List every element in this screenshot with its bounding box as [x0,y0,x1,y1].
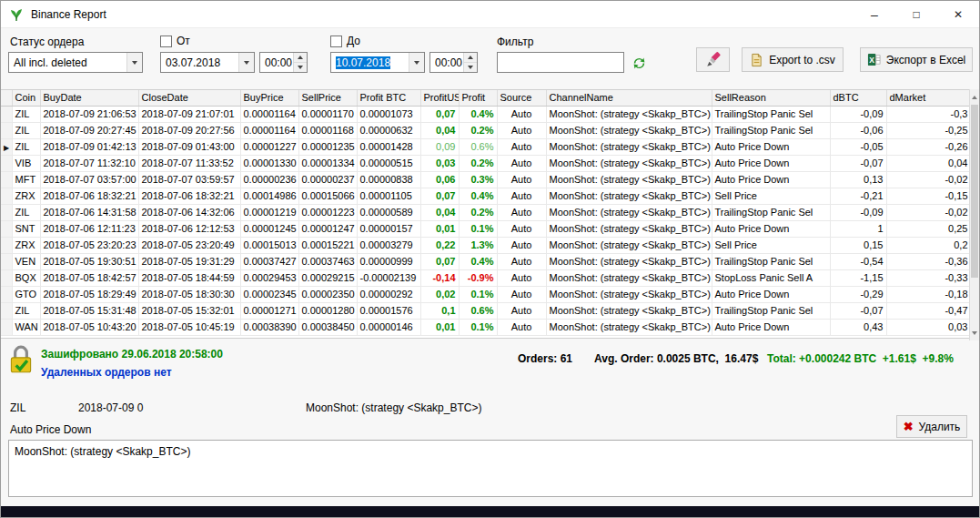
grid-cell-close-date[interactable]: 2018-07-07 11:33:52 [138,155,240,171]
grid-cell-coin[interactable]: ZIL [12,138,40,155]
grid-cell-profit-pct[interactable]: 0.2% [459,204,497,220]
grid-cell-close-date[interactable]: 2018-07-05 10:45:19 [138,319,240,335]
table-row[interactable]: VEN2018-07-05 19:30:512018-07-05 19:31:2… [1,253,971,269]
grid-cell-sell-price[interactable]: 0.00015221 [298,237,357,253]
grid-cell-buy-price[interactable]: 0.00001164 [240,122,298,138]
grid-cell-buy-date[interactable]: 2018-07-05 15:31:48 [40,302,138,319]
grid-cell-coin[interactable]: WAN [12,319,40,335]
grid-cell-close-date[interactable]: 2018-07-05 19:31:29 [138,253,240,269]
grid-cell-profit-btc[interactable]: -0.00002139 [357,269,420,286]
grid-cell-buy-date[interactable]: 2018-07-09 20:27:45 [40,122,138,138]
grid-cell-close-date[interactable]: 2018-07-06 18:32:21 [138,188,240,204]
grid-cell-source[interactable]: Auto [497,319,546,335]
grid-cell-channel[interactable]: MoonShot: (strategy <Skakp_BTC>) [546,319,712,335]
grid-cell-profit-btc[interactable]: 0.00001073 [357,106,420,122]
grid-cell-d-market[interactable]: -0,02 [886,204,971,220]
grid-cell-profit-btc[interactable]: 0.00001576 [357,302,420,319]
table-row[interactable]: ▶ZIL2018-07-09 01:42:132018-07-09 01:43:… [1,138,971,155]
grid-cell-profit-pct[interactable]: 0.2% [459,122,497,138]
grid-cell-sell-reason[interactable]: Sell Price [712,188,830,204]
grid-cell-buy-date[interactable]: 2018-07-09 01:42:13 [40,138,138,155]
grid-cell-channel[interactable]: MoonShot: (strategy <Skakp_BTC>) [546,220,712,237]
grid-cell-profit-usd[interactable]: 0,07 [420,106,459,122]
grid-cell-profit-usd[interactable]: 0,01 [420,220,459,237]
grid-cell-profit-usd[interactable]: 0,07 [420,253,459,269]
table-row[interactable]: ZIL2018-07-06 14:31:582018-07-06 14:32:0… [1,204,971,220]
column-header-sellreason[interactable]: SellReason [712,90,830,106]
grid-cell-coin[interactable]: ZIL [12,122,40,138]
export-excel-button[interactable]: X Экспорт в Excel [860,47,973,72]
apply-filter-button[interactable] [629,53,649,73]
grid-cell-profit-btc[interactable]: 0.00000632 [357,122,420,138]
grid-cell-channel[interactable]: MoonShot: (strategy <Skakp_BTC>) [546,106,712,122]
grid-cell-profit-pct[interactable]: -0.9% [459,269,497,286]
grid-cell-sell-reason[interactable]: Auto Price Down [712,319,830,335]
grid-cell-profit-usd[interactable]: 0,04 [420,204,459,220]
grid-cell-d-btc[interactable]: -0,54 [830,253,886,269]
grid-cell-close-date[interactable]: 2018-07-05 18:30:30 [138,286,240,302]
grid-cell-profit-btc[interactable]: 0.00000515 [357,155,420,171]
grid-cell-buy-price[interactable]: 0.00001227 [240,138,298,155]
spin-down-icon[interactable] [294,63,307,72]
grid-cell-coin[interactable]: GTO [12,286,40,302]
grid-cell-profit-btc[interactable]: 0.00000157 [357,220,420,237]
grid-cell-coin[interactable]: ZRX [12,237,40,253]
grid-cell-sell-price[interactable]: 0.00002350 [298,286,357,302]
grid-cell-d-market[interactable]: -0,33 [886,269,971,286]
column-header-buydate[interactable]: BuyDate [40,90,138,106]
grid-cell-sell-price[interactable]: 0.00001280 [298,302,357,319]
spin-up-icon[interactable] [464,53,477,63]
grid-cell-profit-usd[interactable]: 0,06 [420,171,459,188]
grid-cell-d-market[interactable]: -0,02 [886,171,971,188]
column-header-coin[interactable]: Coin [12,90,40,106]
grid-cell-coin[interactable]: ZRX [12,188,40,204]
grid-cell-profit-pct[interactable]: 0.6% [459,138,497,155]
grid-cell-buy-price[interactable]: 0.00001164 [240,106,298,122]
grid-cell-profit-usd[interactable]: 0,1 [420,302,459,319]
grid-cell-buy-price[interactable]: 0.00001219 [240,204,298,220]
grid-cell-d-market[interactable]: -0,18 [886,286,971,302]
grid-cell-sell-price[interactable]: 0.00015066 [298,188,357,204]
from-time-spinner[interactable]: 00:00 [259,52,308,73]
grid-cell-buy-date[interactable]: 2018-07-05 23:20:23 [40,237,138,253]
grid-cell-sell-price[interactable]: 0.00001235 [298,138,357,155]
spin-down-icon[interactable] [464,63,477,72]
grid-cell-d-market[interactable]: 0,04 [886,155,971,171]
grid-cell-coin[interactable]: ZIL [12,204,40,220]
grid-cell-profit-usd[interactable]: 0,09 [420,138,459,155]
order-status-select[interactable]: All incl. deleted [8,52,143,73]
spin-up-icon[interactable] [294,53,307,63]
grid-cell-sell-price[interactable]: 0.00037463 [298,253,357,269]
minimize-button[interactable]: – [854,1,895,28]
table-row[interactable]: GTO2018-07-05 18:29:492018-07-05 18:30:3… [1,286,971,302]
grid-cell-buy-date[interactable]: 2018-07-05 18:29:49 [40,286,138,302]
export-csv-button[interactable]: Export to .csv [742,47,844,72]
grid-cell-sell-price[interactable]: 0.00029215 [298,269,357,286]
grid-cell-coin[interactable]: SNT [12,220,40,237]
from-date-picker[interactable]: 03.07.2018 [160,52,255,73]
grid-cell-buy-price[interactable]: 0.00014986 [240,188,298,204]
grid-cell-d-btc[interactable]: 0,15 [830,237,886,253]
grid-cell-channel[interactable]: MoonShot: (strategy <Skakp_BTC>) [546,138,712,155]
grid-cell-buy-date[interactable]: 2018-07-07 03:57:00 [40,171,138,188]
grid-cell-profit-usd[interactable]: -0,14 [420,269,459,286]
to-time-spinner[interactable]: 00:00 [429,52,478,73]
grid-cell-profit-pct[interactable]: 0.3% [459,171,497,188]
grid-cell-close-date[interactable]: 2018-07-05 18:44:59 [138,269,240,286]
grid-cell-channel[interactable]: MoonShot: (strategy <Skakp_BTC>) [546,171,712,188]
grid-cell-channel[interactable]: MoonShot: (strategy <Skakp_BTC>) [546,253,712,269]
grid-cell-d-btc[interactable]: 0,43 [830,319,886,335]
to-checkbox[interactable]: До [330,35,360,47]
grid-cell-coin[interactable]: ZIL [12,302,40,319]
grid-cell-close-date[interactable]: 2018-07-05 23:20:49 [138,237,240,253]
to-checkbox-box[interactable] [330,36,342,47]
calendar-dropdown-icon[interactable] [238,53,254,72]
grid-cell-d-btc[interactable]: -1,15 [830,269,886,286]
column-header-dmarket[interactable]: dMarket [886,90,971,106]
grid-cell-coin[interactable]: VEN [12,253,40,269]
grid-cell-profit-btc[interactable]: 0.00000999 [357,253,420,269]
grid-cell-profit-btc[interactable]: 0.00000589 [357,204,420,220]
grid-cell-sell-price[interactable]: 0.00001223 [298,204,357,220]
grid-cell-close-date[interactable]: 2018-07-07 03:59:57 [138,171,240,188]
grid-cell-channel[interactable]: MoonShot: (strategy <Skakp_BTC>) [546,269,712,286]
